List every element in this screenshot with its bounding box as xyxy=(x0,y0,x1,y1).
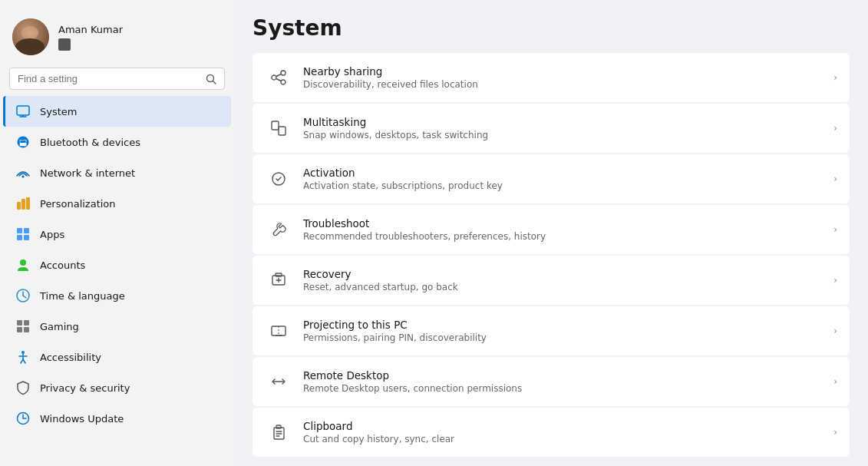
search-box[interactable] xyxy=(9,68,225,90)
sidebar-item-accounts-label: Accounts xyxy=(40,259,85,271)
svg-line-33 xyxy=(276,79,281,81)
accessibility-icon xyxy=(15,349,31,365)
clipboard-title: Clipboard xyxy=(303,420,833,432)
troubleshoot-arrow: › xyxy=(833,224,837,235)
multitasking-icon xyxy=(265,114,292,142)
svg-rect-34 xyxy=(272,121,279,130)
multitasking-text: Multitasking Snap windows, desktops, tas… xyxy=(303,116,833,140)
nearby-sharing-text: Nearby sharing Discoverability, received… xyxy=(303,65,833,90)
gaming-icon xyxy=(15,319,31,334)
svg-point-23 xyxy=(21,351,25,354)
main-content: System Nearby sharing Discoverability, r… xyxy=(234,0,868,466)
network-icon xyxy=(15,165,31,180)
sidebar-item-bluetooth-label: Bluetooth & devices xyxy=(40,137,140,148)
svg-point-30 xyxy=(281,71,285,75)
svg-rect-19 xyxy=(17,320,22,326)
clipboard-icon xyxy=(265,418,292,446)
avatar xyxy=(12,18,49,55)
sidebar-item-accessibility[interactable]: Accessibility xyxy=(3,342,231,372)
sidebar-item-accounts[interactable]: Accounts xyxy=(3,250,231,280)
settings-item-nearby-sharing[interactable]: Nearby sharing Discoverability, received… xyxy=(252,53,850,102)
remote-desktop-icon xyxy=(265,368,292,395)
sidebar-item-apps[interactable]: Apps xyxy=(3,219,231,250)
activation-arrow: › xyxy=(833,174,837,184)
activation-title: Activation xyxy=(303,167,833,179)
sidebar-item-update[interactable]: Windows Update xyxy=(3,403,231,434)
sidebar-item-gaming-label: Gaming xyxy=(40,321,79,332)
recovery-icon xyxy=(265,266,292,294)
svg-line-27 xyxy=(23,359,25,363)
settings-item-activation[interactable]: Activation Activation state, subscriptio… xyxy=(252,154,850,203)
sidebar-item-personalization[interactable]: Personalization xyxy=(3,188,231,219)
sidebar-item-privacy[interactable]: Privacy & security xyxy=(3,372,231,403)
projecting-text: Projecting to this PC Permissions, pairi… xyxy=(303,319,833,343)
multitasking-desc: Snap windows, desktops, task switching xyxy=(303,130,833,140)
system-icon xyxy=(15,104,31,119)
profile-name: Aman Kumar xyxy=(58,24,123,35)
settings-item-multitasking[interactable]: Multitasking Snap windows, desktops, tas… xyxy=(252,104,850,153)
nearby-sharing-arrow: › xyxy=(833,72,837,83)
svg-rect-14 xyxy=(24,235,29,240)
apps-icon xyxy=(15,226,31,242)
sidebar-item-gaming[interactable]: Gaming xyxy=(3,311,231,342)
update-icon xyxy=(15,411,31,426)
projecting-desc: Permissions, pairing PIN, discoverabilit… xyxy=(303,332,833,343)
sidebar-item-network-label: Network & internet xyxy=(40,167,135,179)
activation-icon xyxy=(265,165,292,193)
projecting-icon xyxy=(265,317,292,345)
privacy-icon xyxy=(15,380,31,395)
svg-point-7 xyxy=(22,176,25,178)
svg-line-26 xyxy=(21,359,23,363)
settings-list: Nearby sharing Discoverability, received… xyxy=(252,53,850,457)
search-icon xyxy=(206,74,216,84)
svg-rect-20 xyxy=(24,320,29,326)
svg-rect-8 xyxy=(17,202,21,210)
troubleshoot-icon xyxy=(265,216,292,243)
svg-point-31 xyxy=(281,80,285,84)
activation-text: Activation Activation state, subscriptio… xyxy=(303,167,833,191)
accounts-icon xyxy=(15,257,31,273)
svg-point-15 xyxy=(20,259,26,266)
svg-rect-10 xyxy=(26,197,30,210)
recovery-arrow: › xyxy=(833,275,837,286)
recovery-text: Recovery Reset, advanced startup, go bac… xyxy=(303,268,833,292)
recovery-desc: Reset, advanced startup, go back xyxy=(303,282,833,292)
settings-item-troubleshoot[interactable]: Troubleshoot Recommended troubleshooters… xyxy=(252,205,850,254)
personalization-icon xyxy=(15,196,31,211)
nearby-sharing-title: Nearby sharing xyxy=(303,65,833,78)
sidebar-item-network[interactable]: Network & internet xyxy=(3,157,231,188)
profile-section: Aman Kumar xyxy=(0,12,234,68)
svg-rect-22 xyxy=(24,327,29,332)
troubleshoot-text: Troubleshoot Recommended troubleshooters… xyxy=(303,217,833,242)
sidebar-item-bluetooth[interactable]: ⬓ Bluetooth & devices xyxy=(3,127,231,157)
sidebar-item-accessibility-label: Accessibility xyxy=(40,352,101,363)
settings-item-remote-desktop[interactable]: Remote Desktop Remote Desktop users, con… xyxy=(252,357,850,406)
troubleshoot-desc: Recommended troubleshooters, preferences… xyxy=(303,231,833,242)
profile-badge xyxy=(58,38,71,51)
sidebar-item-system[interactable]: System xyxy=(3,96,231,127)
settings-item-projecting[interactable]: Projecting to this PC Permissions, pairi… xyxy=(252,306,850,355)
sidebar-item-time-label: Time & language xyxy=(40,290,125,302)
time-icon xyxy=(15,288,31,303)
multitasking-title: Multitasking xyxy=(303,116,833,128)
multitasking-arrow: › xyxy=(833,123,837,134)
search-input[interactable] xyxy=(18,73,200,84)
svg-rect-35 xyxy=(279,127,285,135)
sidebar-item-system-label: System xyxy=(40,106,77,117)
settings-item-recovery[interactable]: Recovery Reset, advanced startup, go bac… xyxy=(252,256,850,305)
settings-item-clipboard[interactable]: Clipboard Cut and copy history, sync, cl… xyxy=(252,408,850,457)
svg-rect-38 xyxy=(276,273,282,276)
projecting-title: Projecting to this PC xyxy=(303,319,833,331)
svg-rect-11 xyxy=(17,228,22,233)
remote-desktop-title: Remote Desktop xyxy=(303,369,833,382)
search-container xyxy=(0,68,234,96)
sidebar-item-time[interactable]: Time & language xyxy=(3,280,231,311)
svg-text:⬓: ⬓ xyxy=(19,137,27,147)
svg-line-32 xyxy=(276,74,281,77)
clipboard-arrow: › xyxy=(833,427,837,438)
bluetooth-icon: ⬓ xyxy=(15,134,31,150)
sidebar-item-personalization-label: Personalization xyxy=(40,198,116,210)
nav-list: System ⬓ Bluetooth & devices Network & i… xyxy=(0,96,234,466)
sidebar: Aman Kumar System xyxy=(0,0,234,466)
sidebar-item-privacy-label: Privacy & security xyxy=(40,382,130,394)
